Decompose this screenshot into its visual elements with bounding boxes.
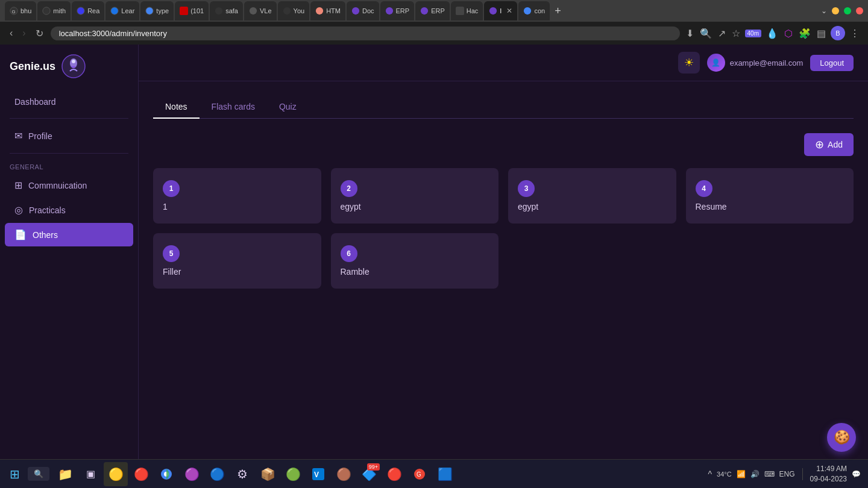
new-tab-button[interactable]: + xyxy=(551,5,565,17)
collapse-button[interactable]: ⌄ xyxy=(821,7,827,15)
theme-toggle-button[interactable]: ☀ xyxy=(678,52,700,74)
browser-tab-active[interactable]: I ✕ xyxy=(484,1,517,20)
communication-icon: ⊞ xyxy=(14,180,22,191)
taskbar-search[interactable]: 🔍 xyxy=(28,467,49,481)
note-number-2: 2 xyxy=(341,180,357,197)
sidebar-item-communication[interactable]: ⊞ Commnuication xyxy=(5,174,133,197)
taskbar-app-4[interactable]: 🔴 xyxy=(129,462,153,486)
taskbar-app-7[interactable]: 🔵 xyxy=(205,462,229,486)
browser-tab[interactable]: Rea xyxy=(72,1,104,20)
browser-tab[interactable]: mith xyxy=(37,1,71,20)
notification-icon[interactable]: 💬 xyxy=(852,470,861,478)
sidebar-divider xyxy=(10,118,128,119)
extension-purple[interactable]: ⬡ xyxy=(783,27,794,40)
browser-chrome: G bhu mith Rea Lear type (101 safa xyxy=(0,0,868,45)
taskbar-app-13[interactable]: 🔴 xyxy=(382,462,406,486)
logout-button[interactable]: Logout xyxy=(810,55,854,71)
forward-button[interactable]: › xyxy=(20,27,28,40)
temperature-label: 34°C xyxy=(717,471,732,478)
note-card-6[interactable]: 6 Ramble xyxy=(331,233,499,289)
minimize-button[interactable] xyxy=(832,7,839,14)
extension-timer[interactable]: 40m xyxy=(745,30,761,37)
browser-tab[interactable]: Hac xyxy=(451,1,483,20)
sidebar-item-profile[interactable]: ✉ Profile xyxy=(5,124,133,148)
sidebar-item-practicals[interactable]: ◎ Practicals xyxy=(5,198,133,222)
browser-tab[interactable]: con xyxy=(518,1,550,20)
taskbar-app-settings[interactable]: ⚙ xyxy=(230,462,254,486)
note-card-2[interactable]: 2 egypt xyxy=(331,168,499,224)
profile-avatar[interactable]: B xyxy=(831,26,845,40)
app-header: ☀ 👤 example@email.com Logout xyxy=(139,45,868,81)
svg-text:G: G xyxy=(417,471,421,478)
taskbar-app-explorer[interactable]: 📁 xyxy=(53,462,77,486)
svg-point-5 xyxy=(146,7,153,14)
download-icon[interactable]: ⬇ xyxy=(685,27,695,40)
browser-tab[interactable]: HTM xyxy=(310,1,345,20)
practicals-label: Practicals xyxy=(29,205,66,215)
taskbar-app-14[interactable]: 🟦 xyxy=(433,462,457,486)
note-title-4: Resume xyxy=(696,202,844,211)
floating-action-button[interactable]: 🍪 xyxy=(827,423,856,452)
app-container: Genie.us Dashboard ✉ Profile General ⊞ C… xyxy=(0,45,868,459)
taskbar-app-12[interactable]: 🔷 99+ xyxy=(357,462,381,486)
browser-tab[interactable]: G bhu xyxy=(5,1,36,20)
more-icon[interactable]: ⋮ xyxy=(849,27,861,40)
taskbar-app-chrome[interactable] xyxy=(154,462,178,486)
reload-button[interactable]: ↻ xyxy=(33,27,46,40)
taskbar-app-9[interactable]: 📦 xyxy=(256,462,280,486)
browser-tab[interactable]: safa xyxy=(210,1,243,20)
taskbar-app-3[interactable]: 🟡 xyxy=(104,462,128,486)
svg-point-13 xyxy=(421,7,428,14)
add-icon: ⊕ xyxy=(815,138,824,151)
sidebar-toggle[interactable]: ▤ xyxy=(816,27,827,40)
tab-bar: G bhu mith Rea Lear type (101 safa xyxy=(0,0,868,22)
extension-icon[interactable]: 💧 xyxy=(765,27,779,40)
browser-tab[interactable]: (101 xyxy=(175,1,209,20)
tab-notes[interactable]: Notes xyxy=(153,96,200,119)
maximize-button[interactable] xyxy=(844,7,851,14)
svg-text:V: V xyxy=(314,471,319,479)
note-card-5[interactable]: 5 Filler xyxy=(153,233,321,289)
sidebar-item-others[interactable]: 📄 Others xyxy=(5,223,133,246)
svg-point-11 xyxy=(352,7,359,14)
tab-close-icon[interactable]: ✕ xyxy=(506,7,512,15)
user-email: example@email.com xyxy=(730,58,804,67)
puzzle-icon[interactable]: 🧩 xyxy=(797,27,812,40)
note-title-5: Filler xyxy=(163,267,312,277)
taskbar-app-console[interactable]: ▣ xyxy=(78,462,102,486)
others-icon: 📄 xyxy=(14,229,27,240)
note-card-1[interactable]: 1 1 xyxy=(153,168,321,224)
taskbar-app-chrome2[interactable]: G xyxy=(407,462,432,486)
back-button[interactable]: ‹ xyxy=(7,27,15,40)
browser-tab[interactable]: Doc xyxy=(347,1,379,20)
browser-tab[interactable]: ERP xyxy=(415,1,450,20)
chevron-up-icon[interactable]: ^ xyxy=(708,469,712,479)
browser-tab[interactable]: VLe xyxy=(244,1,277,20)
add-note-button[interactable]: ⊕ Add xyxy=(804,133,854,156)
close-button[interactable] xyxy=(856,7,863,14)
taskbar-app-11[interactable]: 🟤 xyxy=(332,462,356,486)
zoom-icon[interactable]: 🔍 xyxy=(699,27,713,40)
bookmark-icon[interactable]: ☆ xyxy=(731,27,741,40)
search-icon: 🔍 xyxy=(34,469,43,478)
taskbar-clock[interactable]: 11:49 AM 09-04-2023 xyxy=(810,464,847,484)
tab-quiz[interactable]: Quiz xyxy=(267,96,309,119)
taskbar-app-10[interactable]: 🟢 xyxy=(281,462,305,486)
browser-tab[interactable]: You xyxy=(278,1,310,20)
taskbar-app-vscode[interactable]: V xyxy=(306,462,330,486)
clock-time: 11:49 AM xyxy=(810,464,847,474)
note-card-3[interactable]: 3 egypt xyxy=(508,168,676,224)
browser-tab[interactable]: type xyxy=(140,1,174,20)
taskbar-app-6[interactable]: 🟣 xyxy=(180,462,204,486)
tab-flashcards[interactable]: Flash cards xyxy=(200,96,267,119)
share-icon[interactable]: ↗ xyxy=(717,27,727,40)
browser-tab-learn[interactable]: Lear xyxy=(105,1,139,20)
svg-point-9 xyxy=(283,7,290,14)
browser-tab[interactable]: ERP xyxy=(380,1,415,20)
start-button[interactable]: ⊞ xyxy=(2,462,27,486)
note-card-4[interactable]: 4 Resume xyxy=(686,168,854,224)
others-label: Others xyxy=(33,230,58,240)
sidebar: Genie.us Dashboard ✉ Profile General ⊞ C… xyxy=(0,45,139,459)
url-input[interactable] xyxy=(51,27,680,40)
sidebar-item-dashboard[interactable]: Dashboard xyxy=(5,91,133,113)
